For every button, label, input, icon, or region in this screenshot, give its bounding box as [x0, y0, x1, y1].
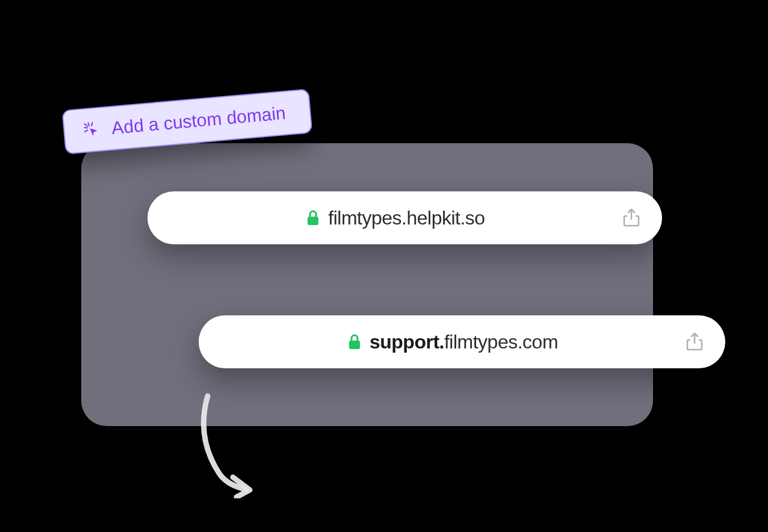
svg-line-2 [88, 123, 89, 126]
cursor-click-icon [82, 120, 102, 140]
svg-line-5 [91, 123, 93, 126]
svg-rect-0 [308, 217, 318, 225]
address-bar-custom: support.filmtypes.com [199, 315, 725, 368]
svg-line-3 [84, 127, 87, 128]
url-content: filmtypes.helpkit.so [169, 207, 622, 229]
arrow-icon [190, 390, 268, 498]
custom-domain-card [81, 143, 653, 426]
badge-label: Add a custom domain [111, 103, 286, 138]
lock-icon [306, 210, 320, 226]
share-icon[interactable] [622, 208, 640, 227]
url-text-custom: support.filmtypes.com [370, 331, 558, 353]
svg-line-6 [85, 130, 88, 131]
svg-rect-1 [349, 341, 360, 349]
lock-icon [348, 334, 361, 350]
share-icon[interactable] [686, 332, 704, 351]
svg-line-4 [85, 124, 87, 126]
address-bar-original: filmtypes.helpkit.so [147, 191, 662, 244]
url-content: support.filmtypes.com [220, 331, 686, 353]
url-text-original: filmtypes.helpkit.so [328, 207, 485, 229]
